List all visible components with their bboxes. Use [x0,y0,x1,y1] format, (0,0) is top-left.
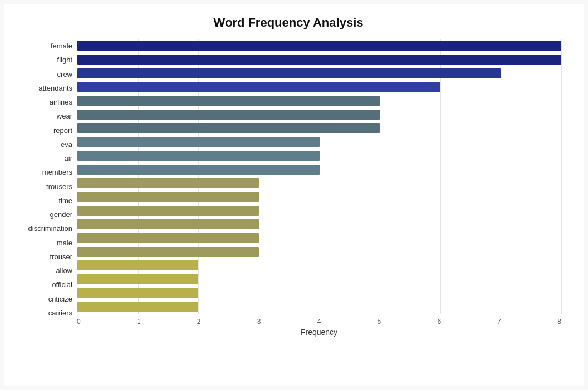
grid-line [198,39,199,314]
bar [77,219,259,229]
y-label: male [57,236,72,249]
y-label: time [58,194,72,206]
grid-line [501,39,501,314]
y-label: eva [61,138,72,150]
x-tick: 1 [137,318,141,325]
bar [77,233,259,243]
x-axis: 012345678 [77,314,561,325]
y-label: air [65,152,72,165]
x-tick: 3 [257,318,261,325]
y-label: crew [57,68,72,80]
x-axis-label: Frequency [77,328,561,337]
bar [77,68,501,78]
bar [77,82,440,92]
grid-line [380,39,380,314]
grid-line [259,39,259,314]
y-label: trousers [46,180,72,192]
y-label: allow [56,265,72,277]
y-label: female [51,40,72,52]
bar [77,247,259,257]
y-label: official [52,279,72,291]
grid-line [440,39,441,314]
bar [77,288,198,298]
y-label: trouser [50,250,72,263]
bar-row [77,191,561,203]
bar [77,110,380,120]
bar [77,302,198,312]
bar-row [77,218,561,230]
y-label: discrimination [28,223,72,235]
bar-row [77,150,561,162]
x-tick: 7 [497,318,501,325]
y-label: report [53,124,72,136]
bar [77,178,259,188]
bar [77,55,561,65]
bar [77,192,259,202]
bar-row [77,53,561,66]
bar-row [77,177,561,189]
plot-area: 012345678 Frequency [77,39,561,337]
x-tick: 6 [437,318,441,325]
chart-title: Word Frequency Analysis [16,16,561,30]
grid-line [138,39,139,314]
y-label: gender [50,209,72,221]
bar-row [77,273,561,285]
bar-row [77,205,561,217]
y-label: members [42,166,72,179]
y-label: attendants [38,82,72,94]
y-label: criticize [48,293,72,305]
y-label: flight [57,54,72,66]
grid-line [561,39,562,314]
x-tick: 2 [197,318,201,325]
bar-row [77,40,561,52]
bar [77,165,320,175]
bar [77,41,561,51]
bar-row [77,122,561,134]
bar-row [77,136,561,148]
bar-row [77,108,561,121]
y-label: airlines [50,96,72,108]
bar [77,96,380,106]
bar [77,206,259,216]
grid-line [320,39,320,314]
chart-area: femaleflightcrewattendantsairlineswearre… [16,39,561,337]
bars-wrapper [77,39,561,314]
bar-row [77,67,561,80]
y-axis: femaleflightcrewattendantsairlineswearre… [16,39,77,337]
x-tick: 0 [77,318,81,325]
bar [77,123,380,133]
y-label: carriers [48,307,72,319]
x-tick: 8 [557,318,561,325]
bar [77,274,198,284]
x-tick: 4 [317,318,321,325]
bar-row [77,246,561,258]
x-tick: 5 [378,318,381,325]
bar [77,260,198,270]
bar-row [77,287,561,299]
bar-row [77,300,561,313]
bar-row [77,81,561,93]
bar [77,137,320,147]
bar-row [77,95,561,107]
bar [77,151,320,161]
bar-row [77,259,561,271]
y-label: wear [57,110,72,122]
bar-row [77,232,561,244]
chart-container: Word Frequency Analysis femaleflightcrew… [4,4,584,386]
bar-row [77,164,561,176]
